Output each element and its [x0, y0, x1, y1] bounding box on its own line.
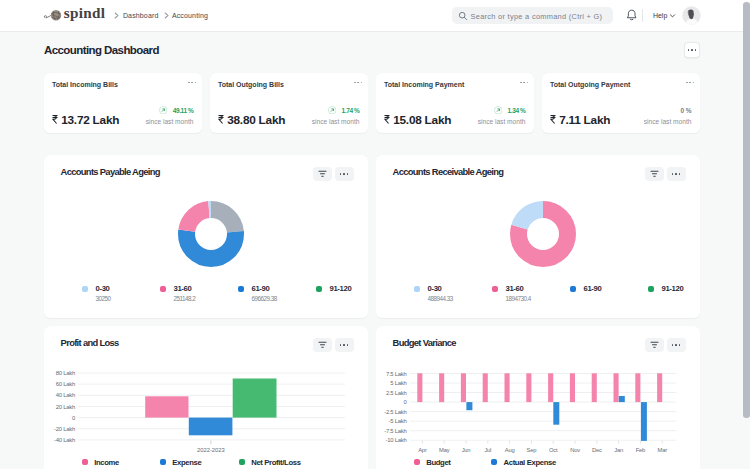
svg-text:-10 Lakh: -10 Lakh [386, 437, 407, 443]
svg-text:40 Lakh: 40 Lakh [56, 392, 75, 398]
svg-text:5 Lakh: 5 Lakh [390, 380, 406, 386]
svg-text:Sep: Sep [527, 447, 537, 453]
svg-text:-40 Lakh: -40 Lakh [54, 437, 75, 443]
svg-text:-7.5 Lakh: -7.5 Lakh [384, 428, 406, 434]
svg-text:Jun: Jun [462, 447, 471, 453]
svg-text:Dec: Dec [592, 447, 602, 453]
svg-text:Oct: Oct [549, 447, 558, 453]
svg-text:Feb: Feb [636, 447, 645, 453]
svg-text:Mar: Mar [658, 447, 668, 453]
svg-text:80 Lakh: 80 Lakh [56, 370, 75, 376]
svg-text:May: May [439, 447, 450, 453]
svg-text:-2.5 Lakh: -2.5 Lakh [384, 409, 406, 415]
svg-text:2.5 Lakh: 2.5 Lakh [386, 390, 407, 396]
svg-text:-5 Lakh: -5 Lakh [389, 418, 407, 424]
svg-text:Jan: Jan [614, 447, 623, 453]
svg-text:Apr: Apr [418, 447, 427, 453]
svg-text:-20 Lakh: -20 Lakh [54, 426, 75, 432]
svg-text:Aug: Aug [505, 447, 515, 453]
svg-text:60 Lakh: 60 Lakh [56, 381, 75, 387]
svg-text:0: 0 [403, 399, 407, 405]
svg-text:2022-2023: 2022-2023 [197, 447, 225, 453]
svg-text:Jul: Jul [484, 447, 491, 453]
svg-text:7.5 Lakh: 7.5 Lakh [386, 371, 407, 377]
svg-text:Nov: Nov [570, 447, 580, 453]
svg-text:0: 0 [72, 415, 76, 421]
svg-text:20 Lakh: 20 Lakh [56, 404, 75, 410]
